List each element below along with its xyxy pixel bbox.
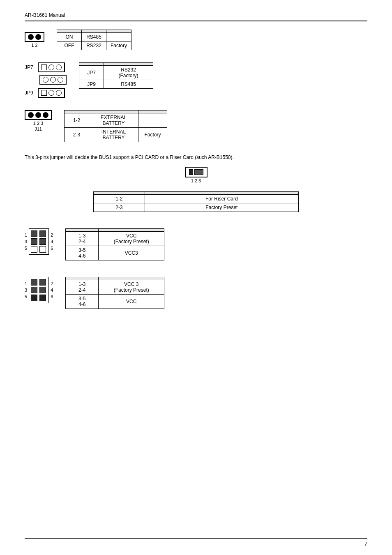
jp9-pin1	[43, 77, 48, 83]
j11-pin3	[43, 112, 48, 118]
bus1-row1-col1: 1-2	[94, 195, 145, 203]
label3-6: 6	[51, 294, 53, 299]
bus1-diagram-wrap: 1 2 3	[185, 167, 208, 183]
bus1-cap	[194, 169, 203, 175]
vcc-row2-col1: 3-54-6	[66, 246, 99, 260]
vcc-pin-grid	[29, 228, 49, 255]
vcc3-row1-col2: VCC 3(Factory Preset)	[99, 280, 164, 295]
pin-1-filled	[28, 34, 34, 40]
label3-1: 1	[25, 281, 27, 286]
label3-3: 3	[25, 288, 27, 292]
section-jp7-jp9: JP7 JP9	[25, 62, 367, 98]
vcc-diagram: 1 3 5 2 4 6	[25, 228, 53, 255]
vcc3-pin-6	[39, 295, 46, 301]
j11-connector	[25, 110, 52, 120]
vcc-right-labels: 2 4 6	[51, 233, 53, 251]
label-6: 6	[51, 246, 53, 251]
j11-row2-col1: 2-3	[65, 128, 89, 142]
th-empty	[79, 63, 104, 66]
jp7-cell: JP7	[79, 66, 104, 80]
vcc-row1-col2: VCC(Factory Preset)	[99, 232, 164, 246]
header-title: AR-B1661 Manual	[25, 12, 65, 18]
th-empty5	[138, 111, 167, 113]
pin-2-filled	[35, 34, 41, 40]
bus1-pin1	[189, 169, 193, 175]
bus1-jumper	[185, 167, 208, 177]
th-empty4	[89, 111, 138, 113]
vcc3-pin-grid	[29, 277, 49, 303]
row1-col2: RS485	[82, 33, 106, 41]
jp7-pin2	[48, 64, 54, 70]
vcc-pin-6	[39, 246, 46, 253]
page-number: 7	[364, 541, 367, 547]
j11-row1-col1: 1-2	[65, 113, 89, 128]
table-header-empty	[57, 30, 82, 33]
table-vcc: 1-32-4 VCC(Factory Preset) 3-54-6 VCC3	[65, 228, 164, 260]
vcc3-diagram-inner: 1 3 5 2 4 6	[25, 277, 53, 303]
vcc-row2-col2: VCC3	[99, 246, 164, 260]
label-3: 3	[25, 239, 27, 244]
j11-row1-col2: EXTERNALBATTERY	[89, 113, 138, 128]
jp9-connector1	[39, 75, 67, 85]
row2-col1: OFF	[57, 41, 82, 50]
vcc3-right-labels: 2 4 6	[51, 281, 53, 299]
section-vcc: 1 3 5 2 4 6	[25, 228, 367, 260]
bus1-row2-col2: Factory Preset	[145, 203, 298, 212]
section-bus1: 1 2 3	[25, 167, 367, 183]
footer-line	[25, 538, 367, 539]
vcc3-th1	[66, 277, 99, 280]
label3-5: 5	[25, 294, 27, 299]
section-j11: 1 2 3 J11 1-2 EXTERNALBATTERY 2-3 INTERN…	[25, 110, 367, 142]
vcc3-row1-col1: 1-32-4	[66, 280, 99, 295]
vcc-row1-col1: 1-32-4	[66, 232, 99, 246]
vcc-pin-4	[39, 238, 46, 245]
jumper-diagram-1: 1 2	[25, 32, 44, 48]
table-header-empty3	[106, 30, 131, 33]
j11-pin1	[28, 112, 34, 118]
row1-col1: ON	[57, 33, 82, 41]
bus1-pins-label: 1 2 3	[191, 178, 201, 183]
jp9-cell: JP9	[79, 80, 104, 89]
jp9-pin3	[58, 77, 63, 83]
jp9-connector2	[38, 88, 65, 98]
vcc3-th2	[99, 277, 164, 280]
vcc-th1	[66, 229, 99, 232]
jp9-pin2	[50, 77, 56, 83]
bus1-th2	[145, 192, 298, 195]
label3-4: 4	[51, 288, 53, 292]
jp9-row: JP9	[25, 88, 67, 98]
row1-col3	[106, 33, 131, 41]
vcc-th2	[99, 229, 164, 232]
j11-pins-label: 1 2 3	[33, 121, 43, 126]
table-rs485-rs232: ON RS485 OFF RS232 Factory	[57, 30, 131, 50]
vcc3-pin-4	[39, 287, 46, 293]
jp9-pin4	[41, 90, 47, 96]
j11-row2-col3: Factory	[138, 128, 167, 142]
j11-label: J11	[35, 127, 42, 131]
vcc3-row2-col1: 3-54-6	[66, 295, 99, 309]
vcc3-left-labels: 1 3 5	[25, 281, 27, 299]
jp7-connector	[38, 62, 65, 72]
footer-page: 7	[364, 541, 367, 547]
connector-bar-1	[25, 32, 44, 42]
vcc-diagram-inner: 1 3 5 2 4 6	[25, 228, 53, 255]
vcc-left-labels: 1 3 5	[25, 233, 27, 251]
table-header-empty2	[82, 30, 106, 33]
bus1-row1-col2: For Riser Card	[145, 195, 298, 203]
vcc3-pin-3	[31, 287, 37, 293]
label-2: 2	[51, 233, 53, 237]
jp9-label: JP9	[25, 90, 36, 96]
jp7-pin1	[41, 64, 47, 70]
jp7-pin3	[56, 64, 62, 70]
pins-label-1: 1 2	[31, 43, 37, 48]
j11-row2-col2: INTERNALBATTERY	[89, 128, 138, 142]
label-5: 5	[25, 246, 27, 251]
label-4: 4	[51, 239, 53, 244]
jp7-row: JP7	[25, 62, 67, 72]
j11-diagram: 1 2 3 J11	[25, 110, 52, 131]
vcc3-pin-1	[31, 279, 37, 286]
jp9-val: RS485	[104, 80, 153, 89]
jp9-pin5	[48, 90, 54, 96]
table-bus1: 1-2 For Riser Card 2-3 Factory Preset	[93, 191, 299, 212]
row2-col2: RS232	[82, 41, 106, 50]
